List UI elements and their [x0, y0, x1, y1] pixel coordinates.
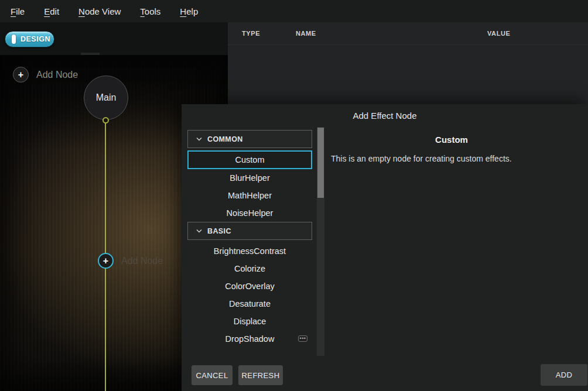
list-item-coloroverlay[interactable]: ColorOverlay — [187, 277, 312, 295]
column-header-value: VALUE — [487, 30, 510, 37]
list-item-desaturate[interactable]: Desaturate — [187, 295, 312, 313]
chevron-down-icon — [196, 137, 202, 141]
section-label: BASIC — [207, 227, 231, 235]
plus-icon: + — [98, 253, 114, 269]
main-node[interactable]: Main — [84, 76, 128, 120]
toggle-knob-icon — [12, 35, 16, 44]
main-node-label: Main — [96, 92, 117, 103]
node-output-port[interactable] — [102, 117, 109, 124]
add-node-label: Add Node — [36, 70, 78, 80]
add-node-label: Add Node — [121, 256, 163, 266]
column-header-type: TYPE — [242, 30, 260, 37]
list-item-colorize[interactable]: Colorize — [187, 260, 312, 277]
selected-node-description: This is an empty node for creating custo… — [331, 154, 583, 163]
properties-header-row: TYPE NAME VALUE — [228, 22, 588, 45]
list-item-blurhelper[interactable]: BlurHelper — [187, 169, 312, 187]
cancel-button[interactable]: CANCEL — [192, 365, 233, 385]
list-item-custom[interactable]: Custom — [187, 150, 312, 169]
section-header-common[interactable]: COMMON — [187, 130, 312, 148]
add-effect-node-dialog: Add Effect Node COMMONCustomBlurHelperMa… — [182, 104, 588, 391]
list-item-displace[interactable]: Displace — [187, 313, 312, 330]
section-header-basic[interactable]: BASIC — [187, 222, 312, 240]
add-node-button-top[interactable]: + Add Node — [13, 67, 78, 83]
refresh-button[interactable]: REFRESH — [238, 365, 283, 385]
column-header-name: NAME — [296, 30, 316, 37]
selected-node-title: Custom — [331, 135, 572, 145]
section-label: COMMON — [207, 135, 243, 143]
ellipsis-icon[interactable]: ••• — [298, 335, 307, 342]
design-mode-label: DESIGN — [20, 35, 50, 43]
chevron-down-icon — [196, 229, 202, 233]
menu-item-help[interactable]: Help — [180, 6, 198, 16]
plus-icon: + — [13, 67, 29, 83]
list-item-noisehelper[interactable]: NoiseHelper — [187, 204, 312, 222]
design-mode-toggle-button[interactable]: DESIGN — [5, 31, 54, 47]
menu-bar: FileEditNode ViewToolsHelp — [0, 0, 588, 22]
menu-item-node-view[interactable]: Node View — [78, 6, 121, 16]
effect-node-list: COMMONCustomBlurHelperMathHelperNoiseHel… — [187, 130, 312, 348]
menu-item-edit[interactable]: Edit — [44, 6, 59, 16]
list-item-brightnesscontrast[interactable]: BrightnessContrast — [187, 242, 312, 260]
left-toolbar: DESIGN — [0, 22, 228, 55]
dialog-title: Add Effect Node — [182, 111, 588, 121]
add-node-button-middle[interactable]: + Add Node — [98, 253, 163, 269]
add-button[interactable]: ADD — [541, 364, 587, 386]
list-item-mathhelper[interactable]: MathHelper — [187, 187, 312, 204]
list-scrollbar[interactable] — [317, 127, 324, 356]
list-item-dropshadow[interactable]: DropShadow••• — [187, 330, 312, 348]
scrollbar-thumb[interactable] — [317, 128, 324, 198]
menu-item-file[interactable]: File — [11, 6, 25, 16]
menu-item-tools[interactable]: Tools — [140, 6, 160, 16]
